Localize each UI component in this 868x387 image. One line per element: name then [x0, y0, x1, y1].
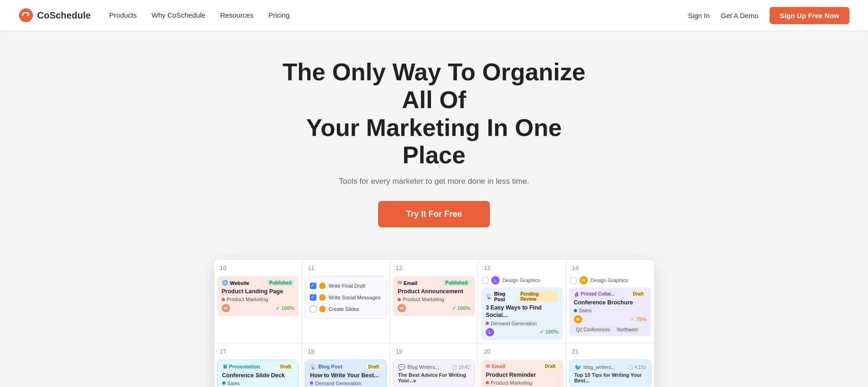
card-product-reminder[interactable]: ✉ Email Draft Product Reminder Product M…	[481, 360, 563, 387]
website-icon: 🌐	[222, 280, 228, 286]
card-checklist-11[interactable]: Write Final Draft Write Social Messages …	[305, 276, 387, 319]
checklist-item-2: Write Social Messages	[310, 292, 382, 303]
nav-pricing[interactable]: Pricing	[268, 11, 289, 19]
nav-resources[interactable]: Resources	[220, 11, 254, 19]
cal-day-12: 12 ✉ Email Published Product Announcemen…	[390, 260, 478, 343]
cal-day-11: 11 Write Final Draft Write Social Messag…	[302, 260, 390, 343]
logo-text: CoSchedule	[37, 10, 91, 21]
hero-headline-line2: Your Marketing In One Place	[306, 114, 562, 169]
hero-cta-button[interactable]: Try It For Free	[378, 201, 489, 227]
email-icon: ✉	[398, 280, 402, 286]
card-product-announcement[interactable]: ✉ Email Published Product Announcement P…	[393, 276, 475, 316]
twitter-icon-21: 🐦	[574, 364, 582, 371]
status-pending: Pending Review	[518, 291, 559, 302]
email-icon-20: ✉	[486, 363, 490, 369]
card-twitter-21[interactable]: 🐦 blog_writers... 🕐 4:15p Top 10 Tips fo…	[569, 360, 651, 387]
hero-headline: The Only Way To Organize All Of Your Mar…	[272, 58, 597, 169]
avatar-whitney-12: W	[398, 304, 406, 312]
cal-day-13: 13 L Design Graphics 📡 Blog Post Pending…	[478, 260, 566, 343]
nav-links: Products Why CoSchedule Resources Pricin…	[109, 11, 688, 19]
card-conference-slide[interactable]: 🖥 Presentation Draft Conference Slide De…	[217, 360, 299, 387]
avatar-leah: L	[486, 328, 494, 336]
calendar-row-2: 17 🖥 Presentation Draft Conference Slide…	[214, 343, 655, 387]
cal-day-20: 20 ✉ Email Draft Product Reminder Produc…	[478, 343, 566, 387]
hero-section: The Only Way To Organize All Of Your Mar…	[0, 31, 868, 246]
cal-day-10: 10 🌐 Website Published Product Landing P…	[214, 260, 302, 343]
facebook-icon-19: 💬	[398, 364, 405, 371]
status-draft-18: Draft	[366, 364, 382, 370]
status-draft: Draft	[630, 291, 646, 297]
nav-why[interactable]: Why CoSchedule	[152, 11, 206, 19]
cal-day-21: 21 🐦 blog_writers... 🕐 4:15p Top 10 Tips…	[566, 343, 655, 387]
navbar: CoSchedule Products Why CoSchedule Resou…	[0, 0, 868, 31]
card-how-to-write[interactable]: 📡 Blog Post Draft How to Write Your Best…	[305, 360, 387, 387]
card-blog-writers-19a[interactable]: 💬 Blog Writers... 🕐 10:42 The Best Advic…	[393, 360, 475, 387]
avatar-whitney-14: W	[574, 315, 582, 323]
status-published-12: Published	[443, 280, 470, 286]
card-3-easy-ways[interactable]: 📡 Blog Post Pending Review 3 Easy Ways t…	[481, 287, 563, 340]
calendar-row-1: 10 🌐 Website Published Product Landing P…	[214, 260, 655, 343]
cal-day-14: 14 W Design Graphics 🖨 Printed Collat...…	[566, 260, 655, 343]
hero-headline-line1: The Only Way To Organize All Of	[283, 58, 585, 113]
svg-point-0	[19, 8, 33, 22]
demo-link[interactable]: Get A Demo	[721, 12, 759, 19]
signup-button[interactable]: Sign Up Free Now	[770, 7, 849, 24]
checklist-item-1: Write Final Draft	[310, 280, 382, 292]
calendar-preview: 10 🌐 Website Published Product Landing P…	[214, 260, 655, 387]
card-conference-brochure[interactable]: 🖨 Printed Collat... Draft Conference Bro…	[569, 287, 651, 336]
nav-products[interactable]: Products	[109, 11, 137, 19]
status-draft-17: Draft	[277, 364, 294, 370]
cal-day-19: 19 💬 Blog Writers... 🕐 10:42 The Best Ad…	[390, 343, 478, 387]
logo-icon	[19, 8, 33, 23]
cal-day-18: 18 📡 Blog Post Draft How to Write Your B…	[302, 343, 390, 387]
checklist-item-3: Create Slides	[310, 303, 382, 315]
signin-link[interactable]: Sign In	[688, 12, 710, 19]
status-draft-20: Draft	[542, 363, 558, 369]
hero-subtext: Tools for every marketer to get more don…	[9, 177, 859, 186]
cal-day-17: 17 🖥 Presentation Draft Conference Slide…	[214, 343, 302, 387]
nav-right: Sign In Get A Demo Sign Up Free Now	[688, 7, 849, 24]
logo-link[interactable]: CoSchedule	[19, 8, 91, 23]
card-product-landing[interactable]: 🌐 Website Published Product Landing Page…	[217, 276, 299, 316]
avatar-whitney: W	[222, 304, 230, 312]
status-published: Published	[267, 280, 295, 286]
